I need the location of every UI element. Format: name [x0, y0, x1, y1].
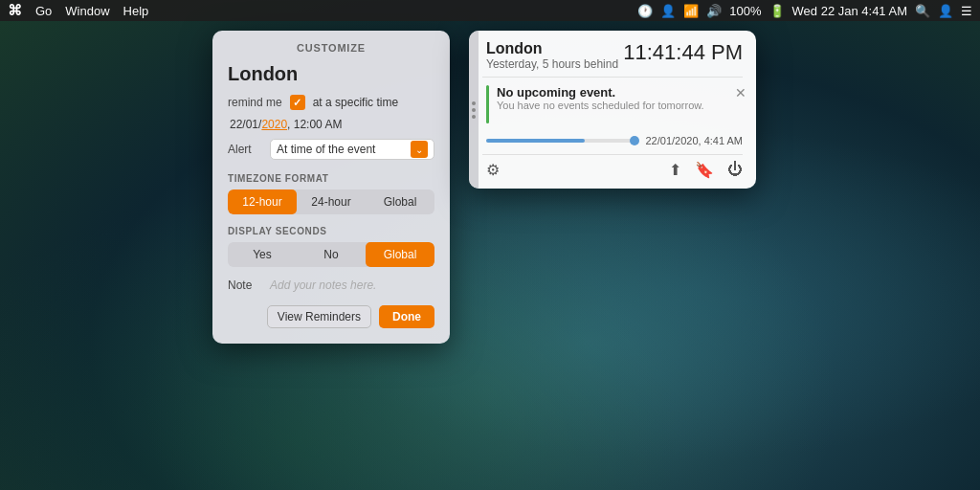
customize-title: CUSTOMIZE — [228, 42, 434, 54]
alert-dropdown[interactable]: At time of the event ⌄ — [270, 139, 434, 160]
remind-row: remind me ✓ at a specific time — [228, 95, 434, 110]
customize-panel: CUSTOMIZE London remind me ✓ at a specif… — [212, 31, 450, 344]
battery-icon: 🔋 — [769, 4, 785, 18]
toggle-global-ds[interactable]: Global — [366, 242, 434, 267]
alert-label: Alert — [228, 143, 262, 156]
event-text-block: No upcoming event. You have no events sc… — [497, 85, 743, 111]
view-reminders-button[interactable]: View Reminders — [267, 305, 371, 328]
event-green-bar — [486, 85, 489, 123]
note-row: Note Add your notes here. — [228, 278, 434, 292]
list-icon[interactable]: ☰ — [961, 4, 972, 18]
progress-bar-fill — [486, 139, 585, 143]
toggle-12hour[interactable]: 12-hour — [228, 189, 297, 214]
toggle-global-tz[interactable]: Global — [366, 189, 434, 214]
bookmark-icon[interactable]: 🔖 — [695, 161, 714, 179]
date-highlight[interactable]: 2020 — [261, 118, 287, 131]
menubar: ⌘ Go Window Help 🕐 👤 📶 🔊 100% 🔋 Wed 22 J… — [0, 0, 980, 21]
progress-date: 22/01/2020, 4:41 AM — [645, 135, 743, 146]
apple-menu[interactable]: ⌘ — [8, 2, 22, 19]
remind-label: remind me — [228, 96, 282, 109]
alert-row: Alert At time of the event ⌄ — [228, 139, 434, 160]
toggle-no[interactable]: No — [297, 242, 366, 267]
timezone-section-label: TIMEZONE FORMAT — [228, 173, 434, 184]
note-label: Note — [228, 278, 262, 292]
user-icon: 👤 — [660, 4, 676, 18]
alert-value: At time of the event — [277, 143, 375, 156]
done-button[interactable]: Done — [379, 305, 434, 328]
date-time-row: 22/01/2020, 12:00 AM — [228, 118, 434, 131]
search-icon[interactable]: 🔍 — [915, 4, 930, 18]
profile-icon[interactable]: 👤 — [938, 4, 953, 18]
dropdown-arrow-icon: ⌄ — [411, 141, 428, 158]
gear-icon[interactable]: ⚙ — [486, 161, 500, 179]
date-text: 22/01/ — [230, 118, 261, 131]
clock-progress-area: 22/01/2020, 4:41 AM — [469, 131, 756, 154]
footer-icons-right: ⬆ 🔖 ⏻ — [669, 161, 743, 179]
menu-go[interactable]: Go — [35, 4, 52, 18]
button-row: View Reminders Done — [228, 305, 434, 328]
battery-label: 100% — [729, 4, 761, 18]
event-subtitle: You have no events scheduled for tomorro… — [497, 100, 743, 111]
toggle-24hour[interactable]: 24-hour — [297, 189, 366, 214]
progress-dot — [630, 136, 639, 145]
check-mark: ✓ — [293, 97, 301, 109]
time-text: , 12:00 AM — [287, 118, 342, 131]
display-seconds-toggle-group: Yes No Global — [228, 242, 434, 267]
menubar-left: ⌘ Go Window Help — [8, 2, 148, 19]
menu-window[interactable]: Window — [65, 4, 109, 18]
clock-subtitle: Yesterday, 5 hours behind — [486, 57, 618, 71]
timezone-toggle-group: 12-hour 24-hour Global — [228, 189, 434, 214]
remind-time-text: at a specific time — [313, 96, 398, 109]
clock-footer: ⚙ ⬆ 🔖 ⏻ — [469, 155, 756, 189]
remind-checkbox[interactable]: ✓ — [290, 95, 305, 110]
toggle-yes[interactable]: Yes — [228, 242, 297, 267]
menu-help[interactable]: Help — [123, 4, 149, 18]
clock-event-area: No upcoming event. You have no events sc… — [469, 78, 756, 131]
close-icon[interactable]: ✕ — [735, 85, 746, 100]
power-icon[interactable]: ⏻ — [727, 161, 743, 179]
customize-city: London — [228, 63, 434, 85]
menubar-datetime: Wed 22 Jan 4:41 AM — [792, 4, 907, 18]
note-input[interactable]: Add your notes here. — [270, 278, 434, 292]
share-icon[interactable]: ⬆ — [669, 161, 681, 179]
clock-header: London Yesterday, 5 hours behind 11:41:4… — [469, 31, 756, 77]
wifi-icon: 📶 — [683, 4, 699, 18]
display-seconds-label: DISPLAY SECONDS — [228, 226, 434, 236]
progress-bar-track — [486, 139, 637, 143]
clock-icon: 🕐 — [637, 4, 653, 18]
clock-city: London — [486, 40, 618, 57]
clock-city-block: London Yesterday, 5 hours behind — [486, 40, 618, 71]
event-title: No upcoming event. — [497, 85, 743, 100]
clock-widget: London Yesterday, 5 hours behind 11:41:4… — [469, 31, 756, 189]
volume-icon: 🔊 — [706, 4, 722, 18]
menubar-right: 🕐 👤 📶 🔊 100% 🔋 Wed 22 Jan 4:41 AM 🔍 👤 ☰ — [637, 4, 972, 18]
clock-time: 11:41:44 PM — [623, 40, 743, 65]
